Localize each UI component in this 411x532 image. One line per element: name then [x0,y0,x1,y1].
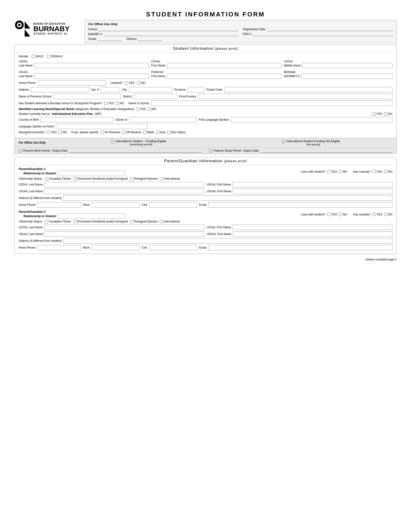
unlisted-yes-checkbox[interactable]: YES [125,81,135,85]
citizen-of-input[interactable] [129,117,197,122]
custody-no-checkbox[interactable]: NO [384,170,392,173]
birth-country-row: Country of Birth Citizen of First Langua… [19,117,392,122]
p2-cell-input[interactable] [149,245,197,250]
p1-work-label: Work [83,203,90,207]
refugee-checkbox[interactable]: Refugee/Claimant [130,177,157,180]
p1-legal-last-input[interactable] [44,182,204,187]
relationship-input[interactable] [57,171,125,176]
citizenship-row: Citizenship Status: Canadian Citizen Per… [19,177,392,180]
legal-middle-name-input[interactable] [302,63,392,68]
canadian-checkbox[interactable]: Canadian Citizen [45,177,71,180]
p1-usual-first-input[interactable] [233,189,392,194]
intl-not-funding-checkbox[interactable] [282,140,285,143]
myedbc-line[interactable] [103,32,238,36]
usual-last-name-input[interactable] [34,74,149,79]
division-line[interactable] [138,37,162,41]
first-lang-input[interactable] [231,117,393,122]
prov-country-label: Prov/Country [179,95,196,98]
lives2-yes-checkbox[interactable]: YES [327,213,337,216]
lang-home-input[interactable] [56,124,148,129]
aboriginal-yes-checkbox[interactable]: YES [47,131,56,134]
reg-date-line[interactable] [267,27,393,31]
on-reserve-checkbox[interactable]: On Reserve [101,131,120,134]
inuit-checkbox[interactable]: Inuit [156,131,166,134]
citizenship2-label: Citizenship Status: [19,220,43,223]
custody-yes-checkbox[interactable]: YES [373,170,382,173]
for-office-intl-section: For Office Use Only International Studen… [15,138,396,147]
birthdate-input[interactable] [302,74,392,79]
metis-checkbox[interactable]: Metis [143,131,154,134]
prev-school-label: Name of Previous School [19,95,51,98]
first-lang-label: First Language Spoken [199,118,229,121]
aboriginal-no-checkbox[interactable]: NO [58,131,67,134]
female-checkbox[interactable]: FEMALE [47,55,63,58]
city-input[interactable] [129,87,172,92]
canadian2-checkbox[interactable]: Canadian Citizen [45,220,71,223]
p2-work-input[interactable] [92,245,140,250]
pen-line[interactable] [253,32,393,36]
p1-email-input[interactable] [208,202,392,208]
prov-country-input[interactable] [198,94,392,99]
relationship2-input[interactable] [57,214,125,219]
legal-last-name-input[interactable] [34,63,149,68]
guardian1-label: Parent/Guardian 1 [19,167,125,171]
work-permit-checkbox[interactable] [19,149,22,152]
prev-school-input[interactable] [53,94,121,99]
student-info-section: Student Information (please print) Gende… [15,45,396,154]
identified-no-checkbox[interactable]: NO [148,107,156,111]
identified-yes-checkbox[interactable]: YES [136,107,146,111]
work-permit-line[interactable] [69,149,202,152]
country-birth-input[interactable] [41,117,113,122]
iep-no-checkbox[interactable]: NO [384,112,392,116]
study-permit-line[interactable] [260,149,392,152]
p1-home-phone-input[interactable] [37,202,81,208]
p2-legal-last-input[interactable] [44,225,204,230]
school-line[interactable] [98,27,238,31]
custody2-no-checkbox[interactable]: NO [384,213,392,216]
lives2-no-checkbox[interactable]: NO [339,213,347,216]
p2-home-phone-input[interactable] [37,245,81,250]
custody2-yes-checkbox[interactable]: YES [373,213,382,216]
p2-usual-last-input[interactable] [45,231,204,237]
unlisted-no-checkbox[interactable]: NO [137,81,145,85]
international2-checkbox[interactable]: International [160,220,180,223]
grade-line[interactable] [97,37,121,41]
p1-cell-input[interactable] [149,202,197,208]
non-status-checkbox[interactable]: Non Status [167,131,186,134]
iep-bold: Individualized Education Plan [52,112,93,116]
p1-address-input[interactable] [63,195,392,201]
p1-legal-first-input[interactable] [232,182,392,187]
name-of-school-input[interactable] [151,101,392,106]
burnaby-no-checkbox[interactable]: NO [116,102,124,105]
refugee2-checkbox[interactable]: Refugee/Claimant [130,220,157,223]
legal-first-name-input[interactable] [167,63,281,68]
p2-email-input[interactable] [208,245,392,250]
burnaby-yes-checkbox[interactable]: YES [104,102,114,105]
province-label: Province [174,88,186,91]
apt-input[interactable] [101,87,120,92]
p2-usual-first-input[interactable] [233,231,392,237]
iep-yes-checkbox[interactable]: YES [373,112,382,116]
study-permit-checkbox[interactable] [209,149,212,152]
permanent2-checkbox[interactable]: Permanent Resident/Landed Immigrant [74,220,128,223]
postal-code-input[interactable] [224,87,392,92]
lives-yes-checkbox[interactable]: YES [327,170,337,173]
district-input[interactable] [134,94,177,99]
intl-not-funding-label: International Student Funding Not Eligib… [287,140,340,143]
usual-last-label2: Last Name [19,74,33,78]
relationship-label: Relationship to Student [23,172,56,175]
home-phone-input[interactable] [38,80,106,86]
preferred-first-name-input[interactable] [167,74,281,79]
p2-legal-first-input[interactable] [232,225,392,230]
permanent-checkbox[interactable]: Permanent Resident/Landed Immigrant [74,177,128,180]
male-checkbox[interactable]: MALE [32,55,44,58]
p1-usual-last-input[interactable] [45,189,204,194]
lives-no-checkbox[interactable]: NO [339,170,347,173]
off-reserve-checkbox[interactable]: Off Reserve [122,131,141,134]
address-input[interactable] [31,87,89,92]
intl-funding-checkbox[interactable] [111,140,114,143]
p1-work-input[interactable] [92,202,140,208]
international-checkbox[interactable]: International [160,177,180,180]
province-input[interactable] [188,87,205,92]
p2-address-input[interactable] [63,238,392,244]
